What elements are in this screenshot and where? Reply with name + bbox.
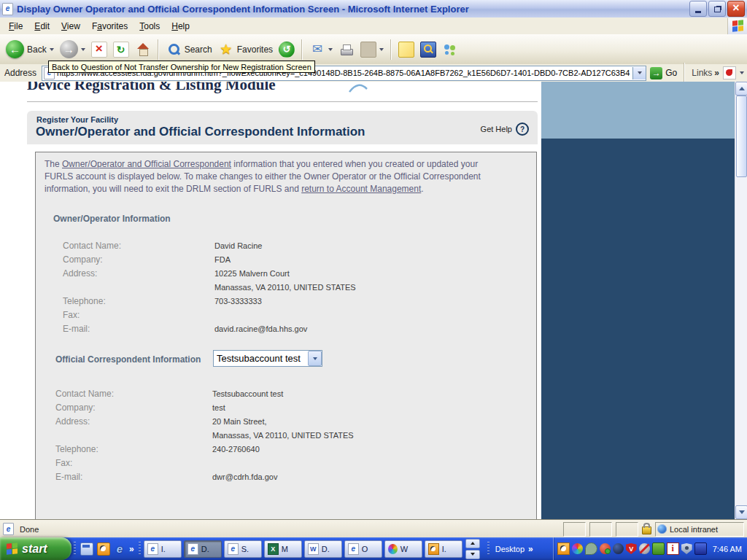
status-text: Done [18, 525, 39, 534]
mail-dropdown-icon[interactable] [328, 48, 333, 51]
scrollbar-thumb[interactable] [736, 96, 747, 177]
close-button[interactable] [727, 1, 745, 17]
taskbar-clock[interactable]: 7:46 AM [713, 545, 742, 553]
graphics-app-icon [388, 544, 398, 554]
search-button[interactable]: Search [163, 40, 214, 59]
tray-chat-icon[interactable] [585, 542, 597, 555]
tray-user-status-icon[interactable] [600, 543, 611, 554]
desktop-toolbar[interactable]: Desktop [483, 542, 535, 556]
menu-edit[interactable]: Edit [28, 19, 55, 34]
go-button[interactable]: Go [650, 67, 677, 79]
breadcrumb: Register Your Facility [36, 115, 118, 124]
edit-icon [360, 42, 376, 58]
adobe-icon[interactable] [723, 66, 736, 79]
scroll-up-button[interactable] [735, 82, 747, 96]
correspondent-dropdown[interactable]: Testsubaccount test [213, 350, 322, 367]
menu-view[interactable]: View [55, 19, 86, 34]
favorites-button[interactable]: Favorites [216, 40, 275, 59]
minimize-button[interactable] [689, 1, 707, 17]
status-panel [616, 522, 638, 537]
task-button[interactable]: D. [304, 540, 342, 558]
tray-info-flag-icon[interactable] [667, 542, 679, 555]
status-bar: Done Local intranet [0, 519, 747, 538]
owner-operator-link[interactable]: Owner/Operator and Official Corresponden… [62, 159, 231, 169]
toolbar-separator [158, 39, 159, 60]
links-button[interactable]: Links [692, 68, 719, 78]
get-help-link[interactable]: Get Help [481, 122, 529, 136]
dropdown-arrow-button[interactable] [308, 351, 322, 366]
status-panel [563, 522, 586, 537]
task-button[interactable]: S. [224, 540, 262, 558]
tray-green-device-icon[interactable] [652, 542, 665, 555]
ie-window: Display Owner Operator and Official Corr… [0, 0, 747, 560]
task-scroll-up-button[interactable] [465, 539, 480, 548]
refresh-button[interactable] [111, 40, 131, 59]
stop-button[interactable] [89, 40, 109, 59]
search-icon [166, 42, 182, 58]
task-scroll [465, 539, 480, 559]
tray-clock-icon[interactable] [557, 542, 570, 555]
discuss-button[interactable] [396, 40, 417, 59]
desktop-overflow-icon[interactable] [528, 544, 533, 554]
start-button[interactable]: start [0, 537, 71, 560]
tray-antivirus-shield-icon[interactable] [626, 543, 637, 554]
research-button[interactable] [418, 40, 438, 59]
task-button[interactable]: O [344, 540, 382, 558]
edit-dropdown-icon[interactable] [379, 48, 384, 51]
word-icon [308, 543, 319, 555]
scroll-down-button[interactable] [735, 505, 747, 519]
home-button[interactable] [133, 40, 153, 59]
messenger-button[interactable] [440, 40, 460, 59]
task-button-active[interactable]: D. [184, 540, 222, 558]
forward-dropdown-icon[interactable] [81, 48, 85, 51]
tray-disabled-device-icon[interactable] [639, 543, 650, 554]
task-button[interactable]: I. [144, 540, 182, 558]
menu-bar: File Edit View Favorites Tools Help [0, 18, 747, 35]
menu-tools[interactable]: Tools [133, 19, 166, 34]
toolbar-grip [139, 542, 141, 556]
mail-button[interactable] [307, 40, 335, 59]
tray-dark-globe-icon[interactable] [613, 543, 624, 554]
quick-launch-overflow-icon[interactable] [129, 544, 134, 554]
menu-file[interactable]: File [3, 19, 28, 34]
task-scroll-down-button[interactable] [465, 550, 480, 559]
toolbar-grip [487, 542, 489, 556]
address-dropdown-button[interactable] [632, 67, 646, 79]
home-icon [135, 42, 151, 58]
quick-launch-ie-icon[interactable] [114, 543, 125, 555]
task-buttons: I. D. S. M D. O W I. [144, 540, 462, 558]
correspondent-section-heading: Official Correspondent Information [55, 354, 201, 365]
forward-button[interactable] [58, 39, 88, 60]
print-button[interactable] [336, 40, 357, 59]
browser-viewport: Device Registration & Listing Module Reg… [0, 82, 735, 519]
zone-label: Local intranet [670, 525, 718, 534]
menu-favorites[interactable]: Favorites [86, 19, 133, 34]
research-icon [420, 42, 436, 58]
edit-button[interactable] [358, 40, 386, 59]
address-separator [684, 63, 685, 83]
account-management-link[interactable]: return to Account Management [301, 184, 421, 194]
page-side-band-light [541, 82, 735, 139]
adobe-dropdown-icon[interactable] [740, 71, 744, 74]
windows-flag-icon [7, 542, 18, 555]
back-dropdown-icon[interactable] [50, 48, 54, 51]
tray-blue-app-icon[interactable] [694, 542, 707, 555]
vertical-scrollbar[interactable] [735, 82, 747, 519]
ie-icon [228, 543, 239, 555]
restore-button[interactable] [708, 1, 726, 17]
stop-icon [91, 42, 107, 58]
toolbar-separator [301, 39, 303, 60]
quick-launch-clock-icon[interactable] [97, 542, 110, 556]
tray-security-shield-icon[interactable] [681, 543, 692, 554]
history-button[interactable] [276, 40, 297, 59]
menu-help[interactable]: Help [166, 19, 196, 34]
back-button[interactable]: Back [4, 39, 56, 60]
show-desktop-icon[interactable] [80, 542, 93, 556]
module-title: Device Registration & Listing Module [27, 82, 538, 94]
task-button[interactable]: W [384, 540, 422, 558]
system-tray: 7:46 AM [553, 537, 747, 560]
task-button[interactable]: I. [425, 540, 462, 558]
tray-color-wheel-icon[interactable] [572, 543, 583, 554]
taskbar: start I. D. S. M D. O W I. Desktop [0, 537, 747, 560]
task-button[interactable]: M [264, 540, 302, 558]
